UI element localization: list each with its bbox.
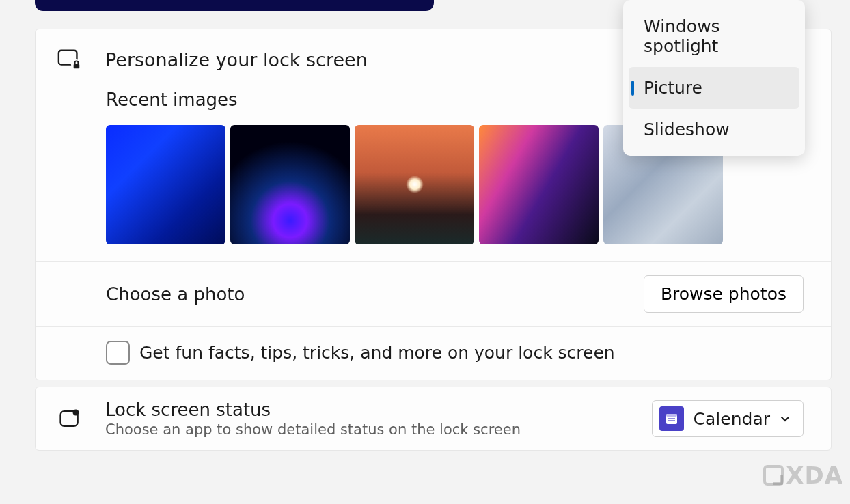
funfacts-row: Get fun facts, tips, tricks, and more on… <box>36 326 831 380</box>
browse-photos-button[interactable]: Browse photos <box>644 275 804 313</box>
status-app-dropdown[interactable]: Calendar <box>652 400 804 437</box>
status-icon <box>56 405 83 432</box>
dropdown-option-slideshow[interactable]: Slideshow <box>629 109 799 150</box>
recent-image-thumbnail[interactable] <box>355 125 474 244</box>
status-app-label: Calendar <box>694 409 770 429</box>
recent-image-thumbnail[interactable] <box>106 125 225 244</box>
choose-photo-label: Choose a photo <box>106 284 245 305</box>
funfacts-label: Get fun facts, tips, tricks, and more on… <box>139 343 615 363</box>
svg-point-4 <box>73 410 79 416</box>
choose-photo-row: Choose a photo Browse photos <box>36 261 831 326</box>
svg-rect-2 <box>74 64 80 69</box>
dropdown-option-spotlight[interactable]: Windows spotlight <box>629 5 799 67</box>
status-title: Lock screen status <box>105 400 652 420</box>
lockscreen-status-card: Lock screen status Choose an app to show… <box>35 387 832 451</box>
chevron-down-icon <box>780 413 791 424</box>
calendar-icon <box>659 406 684 431</box>
recent-image-thumbnail[interactable] <box>479 125 599 244</box>
status-subtitle: Choose an app to show detailed status on… <box>105 421 652 438</box>
lockscreen-mode-dropdown: Windows spotlight Picture Slideshow <box>623 0 805 156</box>
lockscreen-preview-strip <box>35 0 434 11</box>
lockscreen-icon <box>56 46 83 73</box>
status-row[interactable]: Lock screen status Choose an app to show… <box>36 387 831 450</box>
dropdown-option-picture[interactable]: Picture <box>629 67 799 109</box>
svg-rect-6 <box>666 414 677 417</box>
funfacts-checkbox[interactable] <box>106 341 130 365</box>
xda-watermark: XDA <box>763 462 843 489</box>
recent-image-thumbnail[interactable] <box>230 125 350 244</box>
